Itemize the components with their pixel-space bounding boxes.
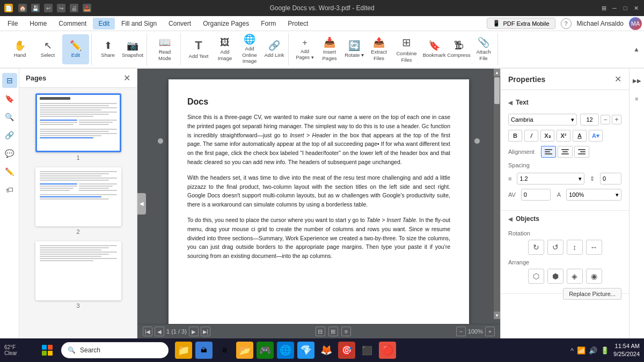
pdf-mobile-button[interactable]: 📱 PDF Extra Mobile xyxy=(487,18,555,29)
panel-collapse-handle[interactable]: ◀ xyxy=(137,193,146,215)
menu-convert[interactable]: Convert xyxy=(163,18,196,29)
last-page-btn[interactable]: ▶| xyxy=(201,327,210,336)
next-page-btn[interactable]: ▶ xyxy=(189,327,199,336)
scale-select[interactable]: 100% ▾ xyxy=(566,189,621,201)
insert-pages-tool[interactable]: 📥 Insert Pages xyxy=(318,34,341,64)
text-section-header[interactable]: ◀ Text xyxy=(501,94,629,110)
system-clock[interactable]: 11:54 AM 9/25/2024 xyxy=(613,342,640,359)
menu-edit[interactable]: Edit xyxy=(93,18,115,29)
rotate-tool[interactable]: 🔄 Rotate ▾ xyxy=(342,34,366,64)
align-left-btn[interactable] xyxy=(541,146,556,158)
taskbar-app-6[interactable]: 💎 xyxy=(297,342,314,359)
tray-volume-icon[interactable]: 🔊 xyxy=(589,346,597,354)
menu-protect[interactable]: Protect xyxy=(282,18,313,29)
rotate-cw-btn[interactable]: ↻ xyxy=(528,240,544,255)
flip-v-btn[interactable]: ↕ xyxy=(567,240,583,255)
right-collapse-icon[interactable]: ▶▶ xyxy=(630,73,645,88)
italic-btn[interactable]: / xyxy=(524,130,538,142)
taskbar-app-8[interactable]: 🔴 xyxy=(379,342,396,359)
menu-home[interactable]: Home xyxy=(24,18,52,29)
hand-tool[interactable]: ✋ Hand xyxy=(6,34,33,64)
snapshot-tool[interactable]: 📷 Snapshot xyxy=(121,34,144,64)
taskbar-app-2[interactable]: 🏔 xyxy=(195,342,213,359)
add-image-tool[interactable]: 🖼 Add Image xyxy=(213,34,237,64)
first-page-btn[interactable]: |◀ xyxy=(143,327,152,336)
save-btn[interactable]: 💾 xyxy=(31,4,40,12)
pages-panel-close[interactable]: ✕ xyxy=(123,73,130,83)
minimize-btn[interactable]: ─ xyxy=(611,4,618,12)
underline-btn[interactable]: A xyxy=(573,130,587,142)
redo-btn[interactable]: ↪ xyxy=(57,4,65,12)
zoom-in-btn[interactable]: + xyxy=(485,327,495,336)
doc-pages-btn[interactable]: ⊞ xyxy=(328,327,338,336)
left-pages-icon[interactable]: ⊟ xyxy=(2,73,17,88)
page-thumb-2[interactable]: 2 xyxy=(25,167,131,235)
char-spacing-input[interactable]: 0 xyxy=(521,189,551,201)
edit-tool[interactable]: ✏️ Edit xyxy=(62,34,89,64)
page-thumb-3[interactable]: 3 xyxy=(25,241,131,309)
left-tag-icon[interactable]: 🏷 xyxy=(2,182,17,197)
left-link-icon[interactable]: 🔗 xyxy=(2,128,17,143)
align-center-btn[interactable] xyxy=(558,146,573,158)
menu-form[interactable]: Form xyxy=(255,18,281,29)
maximize-btn[interactable]: □ xyxy=(621,4,629,12)
font-size-down-btn[interactable]: − xyxy=(601,115,610,124)
doc-scrollbar[interactable]: ▲ ▼ xyxy=(494,69,500,319)
menu-fill-sign[interactable]: Fill and Sign xyxy=(116,18,162,29)
taskbar-app-7[interactable]: 🎯 xyxy=(338,342,355,359)
tray-arrow-icon[interactable]: ^ xyxy=(570,346,574,354)
rotate-ccw-btn[interactable]: ↺ xyxy=(547,240,564,255)
taskbar-firefox[interactable]: 🦊 xyxy=(318,342,335,359)
help-button[interactable]: ? xyxy=(561,18,572,29)
add-link-tool[interactable]: 🔗 Add Link xyxy=(262,34,286,64)
menu-file[interactable]: File xyxy=(2,18,23,29)
combine-files-tool[interactable]: ⊞ Combine Files xyxy=(392,34,421,64)
para-spacing-input[interactable]: 0 xyxy=(600,173,621,184)
home-btn[interactable]: 🏠 xyxy=(18,4,27,12)
close-btn[interactable]: ✕ xyxy=(632,4,640,12)
font-size-input[interactable]: 12 xyxy=(580,114,599,125)
scroll-down-btn[interactable]: ▼ xyxy=(494,312,500,319)
left-search-sidebar-icon[interactable]: 🔍 xyxy=(2,109,17,124)
zoom-out-btn[interactable]: − xyxy=(456,327,466,336)
page-thumb-1[interactable]: 1 xyxy=(25,93,131,161)
undo-btn[interactable]: ↩ xyxy=(44,4,53,12)
superscript-btn[interactable]: X² xyxy=(557,130,570,142)
line-spacing-select[interactable]: 1.2 ▾ xyxy=(517,173,584,184)
add-text-tool[interactable]: T Add Text xyxy=(185,34,212,64)
menu-comment[interactable]: Comment xyxy=(53,18,92,29)
bold-btn[interactable]: B xyxy=(508,130,522,142)
right-expand-icon[interactable]: ≡ xyxy=(630,91,645,106)
doc-content[interactable]: Docs Since this is a three-page CV, we w… xyxy=(137,69,500,324)
subscript-btn[interactable]: X₂ xyxy=(540,130,554,142)
read-mode-tool[interactable]: 📖 Read Mode xyxy=(151,34,178,64)
restore-btn[interactable]: ⊞ xyxy=(600,4,608,12)
doc-scroll-btn[interactable]: ≡ xyxy=(341,327,351,336)
align-right-btn[interactable] xyxy=(574,146,589,158)
font-size-up-btn[interactable]: + xyxy=(612,115,621,124)
bring-front-btn[interactable]: ⬡ xyxy=(528,269,544,284)
bookmark-tool[interactable]: 🔖 Bookmark xyxy=(422,34,446,64)
color-btn[interactable]: A▾ xyxy=(589,130,603,142)
flip-h-btn[interactable]: ↔ xyxy=(586,240,602,255)
prev-page-btn[interactable]: ◀ xyxy=(155,327,164,336)
taskbar-app-3[interactable]: 🖥 xyxy=(216,342,233,359)
taskbar-file-explorer[interactable]: 📁 xyxy=(175,342,192,359)
add-online-image-tool[interactable]: 🌐 Add Online Image xyxy=(238,34,261,64)
taskbar-terminal[interactable]: ⬛ xyxy=(358,342,376,359)
select-tool[interactable]: ↖ Select xyxy=(34,34,61,64)
toolbar-collapse-btn[interactable]: ▲ xyxy=(631,41,642,57)
share-tool[interactable]: ⬆ Share xyxy=(96,34,120,64)
replace-picture-btn[interactable]: Replace Picture... xyxy=(563,288,621,300)
add-pages-tool[interactable]: + Add Pages ▾ xyxy=(293,34,317,64)
compress-tool[interactable]: 🗜 Compress xyxy=(447,34,471,64)
font-family-select[interactable]: Cambria ▾ xyxy=(508,114,577,125)
taskbar-game[interactable]: 🎮 xyxy=(257,342,274,359)
taskbar-search[interactable]: 🔍 Search xyxy=(61,342,169,358)
extract-files-tool[interactable]: 📤 Extract Files xyxy=(367,34,391,64)
share-title-btn[interactable]: 📤 xyxy=(83,4,91,12)
taskbar-files[interactable]: 📂 xyxy=(236,342,253,359)
menu-organize[interactable]: Organize Pages xyxy=(197,18,254,29)
tray-wifi-icon[interactable]: 📶 xyxy=(577,346,586,354)
send-back-btn[interactable]: ⬢ xyxy=(547,269,564,284)
